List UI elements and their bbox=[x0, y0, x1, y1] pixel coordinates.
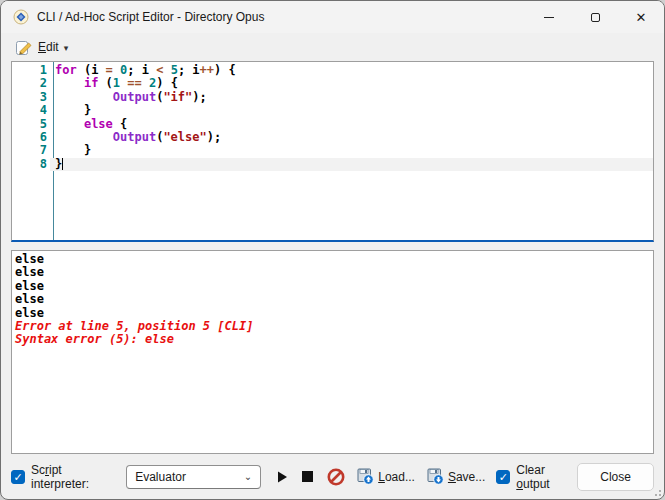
line-number: 8 bbox=[12, 158, 50, 171]
edit-menu-label: Edit bbox=[38, 40, 59, 54]
save-button-label: Save... bbox=[448, 470, 485, 484]
close-dialog-button[interactable]: Close bbox=[577, 463, 654, 491]
line-number: 2 bbox=[12, 77, 50, 90]
output-error-line: Error at line 5, position 5 [CLI] bbox=[15, 320, 651, 333]
text-caret bbox=[62, 158, 63, 170]
close-dialog-label: Close bbox=[600, 470, 631, 484]
pencil-icon bbox=[15, 38, 33, 56]
code-line: 8} bbox=[12, 158, 653, 171]
line-number: 5 bbox=[12, 118, 50, 131]
code-text: } bbox=[50, 104, 653, 117]
line-number: 6 bbox=[12, 131, 50, 144]
maximize-icon bbox=[591, 13, 600, 22]
output-line: else bbox=[15, 293, 651, 306]
code-text: } bbox=[50, 144, 653, 157]
save-floppy-icon bbox=[427, 468, 444, 485]
run-script-button[interactable] bbox=[275, 470, 289, 484]
code-text: Output("else"); bbox=[50, 131, 653, 144]
load-floppy-icon bbox=[357, 468, 374, 485]
prohibited-icon bbox=[327, 468, 345, 486]
menu-bar: Edit ▾ bbox=[1, 33, 664, 61]
output-line: else bbox=[15, 280, 651, 293]
edit-menu-button[interactable]: Edit ▾ bbox=[11, 36, 72, 58]
stop-script-button[interactable] bbox=[301, 470, 314, 483]
code-line: 7 } bbox=[12, 144, 653, 157]
line-number: 7 bbox=[12, 144, 50, 157]
play-icon bbox=[275, 470, 289, 484]
load-button-label: Load... bbox=[378, 470, 415, 484]
minimize-icon bbox=[544, 17, 554, 18]
load-button[interactable]: Load... bbox=[357, 468, 415, 485]
close-icon: ✕ bbox=[636, 10, 647, 25]
code-line: 1for (i = 0; i < 5; i++) { bbox=[12, 64, 653, 77]
code-line: 3 Output("if"); bbox=[12, 91, 653, 104]
interpreter-select-value: Evaluator bbox=[135, 470, 244, 484]
app-icon bbox=[13, 9, 29, 25]
code-text: Output("if"); bbox=[50, 91, 653, 104]
window-title: CLI / Ad-Hoc Script Editor - Directory O… bbox=[37, 10, 264, 24]
script-interpreter-checkbox[interactable]: ✓ bbox=[11, 470, 25, 484]
title-bar: CLI / Ad-Hoc Script Editor - Directory O… bbox=[1, 1, 664, 33]
clear-output-group: ✓ Clear output bbox=[496, 463, 577, 491]
code-line: 2 if (1 == 2) { bbox=[12, 77, 653, 90]
script-editor[interactable]: 1for (i = 0; i < 5; i++) {2 if (1 == 2) … bbox=[11, 61, 654, 242]
code-line: 4 } bbox=[12, 104, 653, 117]
maximize-button[interactable] bbox=[572, 1, 618, 33]
script-interpreter-label: Script interpreter: bbox=[31, 463, 118, 491]
output-line: else bbox=[15, 307, 651, 320]
line-number: 4 bbox=[12, 104, 50, 117]
output-error-line: Syntax error (5): else bbox=[15, 333, 651, 346]
output-pane[interactable]: elseelseelseelseelseError at line 5, pos… bbox=[11, 250, 654, 454]
line-number: 1 bbox=[12, 64, 50, 77]
code-line: 6 Output("else"); bbox=[12, 131, 653, 144]
close-button[interactable]: ✕ bbox=[618, 1, 664, 33]
minimize-button[interactable] bbox=[526, 1, 572, 33]
code-text: else { bbox=[50, 118, 653, 131]
code-text: } bbox=[50, 158, 653, 171]
chevron-down-icon: ⌄ bbox=[244, 471, 252, 482]
chevron-down-icon: ▾ bbox=[64, 41, 69, 53]
code-text: for (i = 0; i < 5; i++) { bbox=[50, 64, 653, 77]
code-text: if (1 == 2) { bbox=[50, 77, 653, 90]
stop-icon bbox=[301, 470, 314, 483]
window-controls: ✕ bbox=[526, 1, 664, 33]
output-line: else bbox=[15, 253, 651, 266]
interpreter-select[interactable]: Evaluator ⌄ bbox=[126, 465, 261, 489]
clear-output-checkbox[interactable]: ✓ bbox=[496, 470, 510, 484]
bottom-toolbar: ✓ Script interpreter: Evaluator ⌄ bbox=[1, 454, 664, 499]
save-button[interactable]: Save... bbox=[427, 468, 485, 485]
code-lines: 1for (i = 0; i < 5; i++) {2 if (1 == 2) … bbox=[12, 62, 653, 171]
code-line: 5 else { bbox=[12, 118, 653, 131]
resize-grip[interactable] bbox=[653, 488, 661, 496]
output-line: else bbox=[15, 266, 651, 279]
clear-output-label: Clear output bbox=[516, 463, 577, 491]
line-number: 3 bbox=[12, 91, 50, 104]
abort-button[interactable] bbox=[327, 468, 345, 486]
dialog-window: CLI / Ad-Hoc Script Editor - Directory O… bbox=[0, 0, 665, 500]
